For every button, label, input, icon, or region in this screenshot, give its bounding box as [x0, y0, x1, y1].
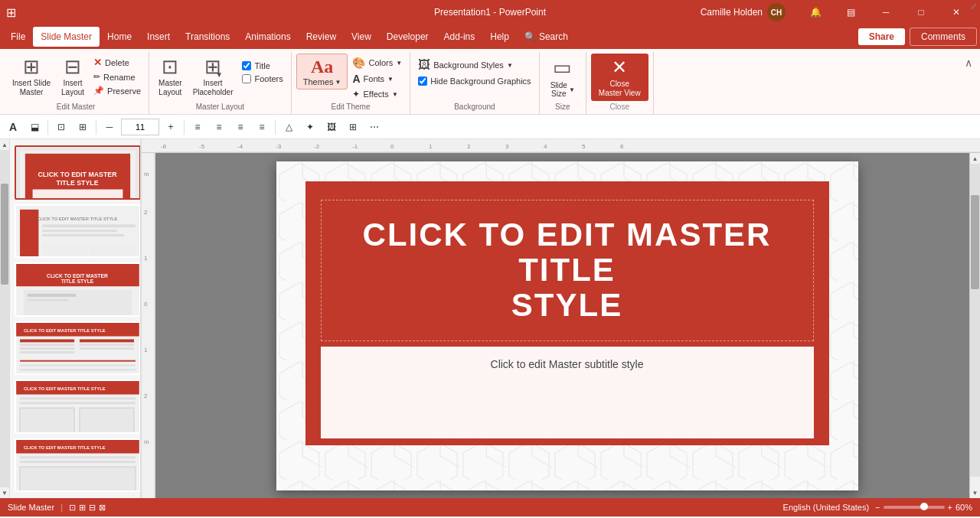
- comments-button[interactable]: Comments: [910, 28, 977, 46]
- toolbar-font-size-down[interactable]: ─: [100, 118, 119, 136]
- effects-icon: ✦: [352, 89, 360, 99]
- svg-text:-6: -6: [161, 143, 167, 150]
- hide-bg-btn[interactable]: Hide Background Graphics: [415, 75, 534, 87]
- minimize-btn[interactable]: ─: [868, 0, 903, 24]
- zoom-plus[interactable]: +: [948, 503, 952, 512]
- toolbar-font-color[interactable]: A: [3, 118, 23, 136]
- menu-help[interactable]: Help: [482, 27, 517, 47]
- menu-add-ins[interactable]: Add-ins: [436, 27, 483, 47]
- toolbar-shape1[interactable]: ⊡: [51, 118, 71, 136]
- search-area[interactable]: 🔍 Search: [517, 28, 576, 45]
- slide-thumb-3[interactable]: CLICK TO EDIT MASTER TITLE STYLE: [15, 262, 141, 317]
- panel-scroll-thumb[interactable]: [1, 184, 8, 285]
- bg-styles-chevron: ▼: [507, 62, 513, 69]
- toolbar-align-left[interactable]: ≡: [188, 118, 207, 136]
- zoom-percent[interactable]: 60%: [956, 503, 972, 512]
- slide-canvas[interactable]: CLICK TO EDIT MASTER TITLE STYLE Click t…: [276, 161, 858, 490]
- slide-subtitle-text: Click to edit Master subtitle style: [491, 358, 644, 370]
- ribbon-collapse-btn[interactable]: ∧: [960, 55, 977, 70]
- zoom-minus[interactable]: −: [875, 503, 880, 512]
- close-master-label: CloseMaster View: [599, 80, 641, 98]
- view-normal-icon[interactable]: ⊞: [79, 503, 86, 513]
- share-button[interactable]: Share: [858, 28, 905, 45]
- slide-thumb-4[interactable]: CLICK TO EDIT MASTER TITLE STYLE: [15, 321, 141, 376]
- user-avatar[interactable]: CH: [767, 3, 786, 21]
- effects-btn[interactable]: ✦ Effects ▼: [349, 87, 405, 101]
- menu-view[interactable]: View: [344, 27, 379, 47]
- delete-btn[interactable]: ✕ Delete: [90, 55, 144, 70]
- title-check-btn[interactable]: Title: [239, 60, 286, 72]
- scroll-right-track: [970, 164, 980, 477]
- slide-size-btn[interactable]: ▭ SlideSize ▼: [544, 54, 581, 100]
- toolbar-align-center[interactable]: ≡: [209, 118, 229, 136]
- edit-master-label: Edit Master: [8, 101, 144, 112]
- bg-styles-btn[interactable]: 🖼 Background Styles ▼: [415, 57, 534, 73]
- toolbar-align-right[interactable]: ≡: [230, 118, 250, 136]
- svg-rect-43: [80, 408, 134, 433]
- toolbar-font-size-up[interactable]: +: [161, 118, 181, 136]
- toolbar-effects[interactable]: ✦: [300, 118, 320, 136]
- toolbar-image[interactable]: 🖼: [322, 118, 341, 136]
- fonts-btn[interactable]: A Fonts ▼: [349, 71, 405, 86]
- svg-text:CLICK TO EDIT MASTER TITLE STY: CLICK TO EDIT MASTER TITLE STYLE: [38, 217, 118, 221]
- notification-btn[interactable]: 🔔: [798, 0, 833, 24]
- menu-insert[interactable]: Insert: [139, 27, 178, 47]
- svg-rect-30: [80, 347, 134, 350]
- menu-review[interactable]: Review: [299, 27, 344, 47]
- menu-file[interactable]: File: [3, 27, 33, 47]
- zoom-slider-thumb[interactable]: [920, 503, 928, 510]
- slide-subtitle-box[interactable]: Click to edit Master subtitle style: [321, 347, 814, 438]
- menu-transitions[interactable]: Transitions: [178, 27, 237, 47]
- panel-scrollbar: ▲ ▼: [0, 139, 10, 498]
- notes-icon[interactable]: ⊡: [69, 503, 76, 513]
- toolbar-arrange[interactable]: ⊞: [73, 118, 93, 136]
- insert-slide-master-icon: ⊞: [23, 55, 40, 79]
- svg-rect-9: [42, 224, 136, 227]
- hide-bg-checkbox[interactable]: [418, 77, 427, 86]
- footers-check-btn[interactable]: Footers: [239, 73, 286, 85]
- panel-scroll-down[interactable]: ▼: [0, 487, 9, 498]
- menu-animations[interactable]: Animations: [237, 27, 298, 47]
- slide-title-box[interactable]: CLICK TO EDIT MASTER TITLE STYLE: [321, 200, 814, 341]
- themes-label: Themes ▼: [303, 77, 341, 86]
- close-master-view-btn[interactable]: ✕ CloseMaster View: [591, 54, 648, 101]
- font-size-input[interactable]: [121, 119, 159, 135]
- menu-home[interactable]: Home: [100, 27, 139, 47]
- rename-btn[interactable]: ✏ Rename: [90, 70, 144, 83]
- insert-slide-master-btn[interactable]: ⊞ Insert SlideMaster: [8, 54, 55, 99]
- background-expand-btn[interactable]: ⤢: [967, 0, 980, 13]
- insert-placeholder-btn[interactable]: ⊞▼ InsertPlaceholder: [188, 54, 238, 99]
- footers-checkbox[interactable]: [242, 74, 251, 83]
- scroll-right-down[interactable]: ▼: [970, 487, 980, 498]
- zoom-slider[interactable]: [884, 506, 945, 509]
- svg-rect-48: [20, 461, 136, 463]
- svg-text:-3: -3: [276, 143, 282, 150]
- maximize-btn[interactable]: □: [903, 0, 939, 24]
- slide-thumb-2[interactable]: CLICK TO EDIT MASTER TITLE STYLE: [15, 204, 141, 259]
- scroll-right-up[interactable]: ▲: [970, 153, 980, 164]
- master-layout-label: MasterLayout: [158, 79, 182, 97]
- toolbar-more[interactable]: ⋯: [364, 118, 384, 136]
- toolbar-highlight[interactable]: ⬓: [24, 118, 44, 136]
- slide-thumb-2-svg: CLICK TO EDIT MASTER TITLE STYLE: [16, 206, 139, 259]
- menu-developer[interactable]: Developer: [379, 27, 436, 47]
- preserve-btn[interactable]: 📌 Preserve: [90, 84, 144, 97]
- toolbar-justify[interactable]: ≡: [252, 118, 272, 136]
- slide-thumb-6[interactable]: CLICK TO EDIT MASTER TITLE STYLE: [15, 438, 141, 493]
- menu-slide-master[interactable]: Slide Master: [33, 27, 100, 47]
- toolbar-table[interactable]: ⊞: [343, 118, 363, 136]
- insert-layout-btn[interactable]: ⊟ InsertLayout: [57, 54, 89, 99]
- themes-btn[interactable]: Aa Themes ▼: [296, 54, 348, 90]
- ribbon-btn[interactable]: ▤: [833, 0, 868, 24]
- view-slide-icon[interactable]: ⊟: [89, 503, 96, 513]
- panel-scroll-up[interactable]: ▲: [0, 139, 9, 150]
- toolbar-shapes[interactable]: △: [279, 118, 299, 136]
- background-label: Background: [415, 101, 534, 112]
- master-layout-btn[interactable]: ⊡ MasterLayout: [154, 54, 187, 99]
- slide-thumb-5[interactable]: CLICK TO EDIT MASTER TITLE STYLE: [15, 380, 141, 434]
- scroll-right-thumb[interactable]: [971, 195, 979, 289]
- title-checkbox[interactable]: [242, 61, 251, 70]
- slide-thumb-1[interactable]: CLICK TO EDIT MASTER TITLE STYLE: [15, 145, 141, 200]
- colors-btn[interactable]: 🎨 Colors ▼: [349, 55, 405, 70]
- view-reading-icon[interactable]: ⊠: [99, 503, 106, 513]
